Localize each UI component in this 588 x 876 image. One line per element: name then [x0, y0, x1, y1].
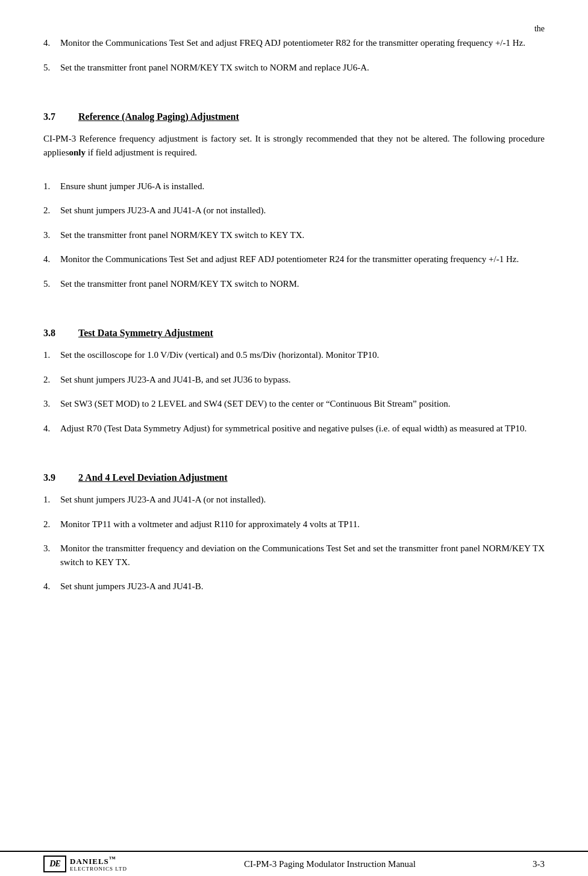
para-bold: only — [69, 148, 86, 157]
list-item: 5. Set the transmitter front panel NORM/… — [43, 277, 545, 291]
item-number: 4. — [43, 36, 60, 50]
section-number: 3.9 — [43, 472, 66, 483]
list-item: 3. Set the transmitter front panel NORM/… — [43, 228, 545, 242]
list-item: 1. Set shunt jumpers JU23-A and JU41-A (… — [43, 493, 545, 507]
list-item: 2. Set shunt jumpers JU23-A and JU41-A (… — [43, 204, 545, 217]
section-title: 2 And 4 Level Deviation Adjustment — [78, 472, 228, 483]
item-text: Set the transmitter front panel NORM/KEY… — [60, 277, 545, 291]
item-text: Adjust R70 (Test Data Symmetry Adjust) f… — [60, 422, 545, 436]
footer-logo: DE DANIELS™ ELECTRONICS LTD — [43, 856, 127, 872]
list-item: 4. Monitor the Communications Test Set a… — [43, 252, 545, 266]
item-number: 5. — [43, 61, 60, 75]
section-39-heading: 3.9 2 And 4 Level Deviation Adjustment — [43, 472, 545, 483]
item-text: Set shunt jumpers JU23-A and JU41-A (or … — [60, 204, 545, 217]
item-text: Monitor the Communications Test Set and … — [60, 252, 545, 266]
item-number: 3. — [43, 542, 60, 569]
item-text: Set the oscilloscope for 1.0 V/Div (vert… — [60, 348, 545, 362]
section-37-paragraph: CI-PM-3 Reference frequency adjustment i… — [43, 132, 545, 160]
item-number: 1. — [43, 348, 60, 362]
item-text: Monitor TP11 with a voltmeter and adjust… — [60, 518, 545, 531]
item-number: 3. — [43, 228, 60, 242]
logo-box: DE — [43, 856, 66, 872]
item-text: Set shunt jumpers JU23-A and JU41-B, and… — [60, 373, 545, 387]
list-item: 1. Set the oscilloscope for 1.0 V/Div (v… — [43, 348, 545, 362]
section-title: Reference (Analog Paging) Adjustment — [78, 111, 239, 122]
para-end: if field adjustment is required. — [86, 148, 197, 157]
footer-page-number: 3-3 — [533, 859, 545, 869]
item-text: Set SW3 (SET MOD) to 2 LEVEL and SW4 (SE… — [60, 397, 545, 411]
item-text: Monitor the Communications Test Set and … — [60, 36, 545, 50]
list-item: 4. Set shunt jumpers JU23-A and JU41-B. — [43, 580, 545, 593]
item-number: 4. — [43, 580, 60, 593]
section-38-heading: 3.8 Test Data Symmetry Adjustment — [43, 328, 545, 339]
item-text: Monitor the transmitter frequency and de… — [60, 542, 545, 569]
page-content: the 4. Monitor the Communications Test S… — [0, 0, 588, 652]
list-item: 5. Set the transmitter front panel NORM/… — [43, 61, 545, 75]
item-number: 4. — [43, 252, 60, 266]
item-number: 5. — [43, 277, 60, 291]
logo-tm: ™ — [109, 855, 116, 862]
item-text: Ensure shunt jumper JU6-A is installed. — [60, 180, 545, 193]
item-text: Set the transmitter front panel NORM/KEY… — [60, 228, 545, 242]
list-item: 2. Set shunt jumpers JU23-A and JU41-B, … — [43, 373, 545, 387]
logo-de-text: DE — [49, 859, 60, 869]
item-number: 2. — [43, 518, 60, 531]
daniels-label: DANIELS — [70, 857, 109, 866]
footer: DE DANIELS™ ELECTRONICS LTD CI-PM-3 Pagi… — [0, 851, 588, 876]
list-item: 2. Monitor TP11 with a voltmeter and adj… — [43, 518, 545, 531]
item-number: 4. — [43, 422, 60, 436]
section-number: 3.8 — [43, 328, 66, 339]
section-title: Test Data Symmetry Adjustment — [78, 328, 213, 339]
item-number: 1. — [43, 493, 60, 507]
list-item: 3. Monitor the transmitter frequency and… — [43, 542, 545, 569]
logo-daniels-text: DANIELS™ — [70, 856, 127, 866]
item-text: Set shunt jumpers JU23-A and JU41-B. — [60, 580, 545, 593]
list-item: 4. Monitor the Communications Test Set a… — [43, 36, 545, 50]
logo-text-block: DANIELS™ ELECTRONICS LTD — [70, 856, 127, 872]
section-37-heading: 3.7 Reference (Analog Paging) Adjustment — [43, 111, 545, 122]
item-text: Set the transmitter front panel NORM/KEY… — [60, 61, 545, 75]
list-item: 3. Set SW3 (SET MOD) to 2 LEVEL and SW4 … — [43, 397, 545, 411]
item-number: 3. — [43, 397, 60, 411]
item-number: 1. — [43, 180, 60, 193]
item-number: 2. — [43, 204, 60, 217]
top-bar-text: the — [43, 24, 545, 34]
item-number: 2. — [43, 373, 60, 387]
footer-title: CI-PM-3 Paging Modulator Instruction Man… — [244, 859, 416, 869]
list-item: 4. Adjust R70 (Test Data Symmetry Adjust… — [43, 422, 545, 436]
logo-electronics-text: ELECTRONICS LTD — [70, 866, 127, 872]
list-item: 1. Ensure shunt jumper JU6-A is installe… — [43, 180, 545, 193]
item-text: Set shunt jumpers JU23-A and JU41-A (or … — [60, 493, 545, 507]
section-number: 3.7 — [43, 111, 66, 122]
